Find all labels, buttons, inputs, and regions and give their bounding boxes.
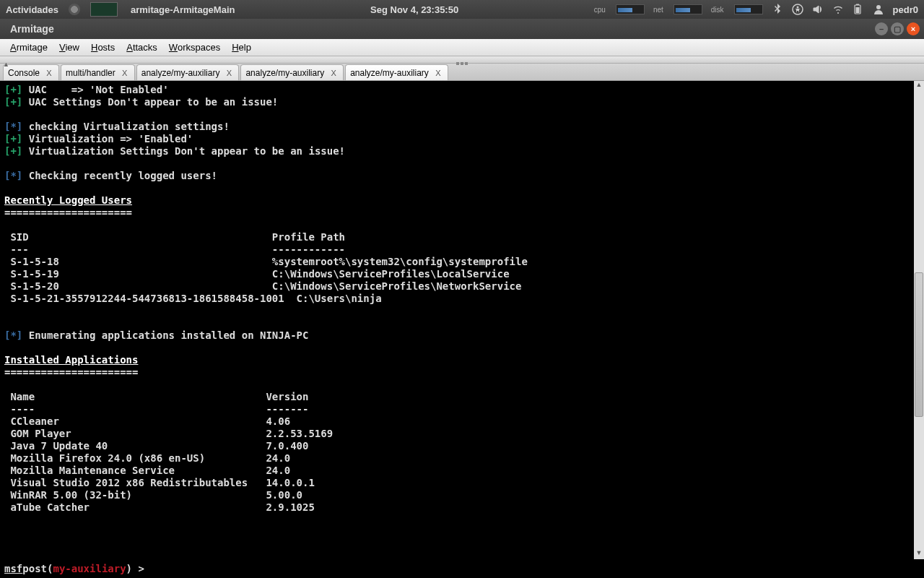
accessibility-icon[interactable] — [792, 4, 803, 15]
console-line: aTube Catcher 2.9.1025 — [4, 501, 920, 514]
minimize-button[interactable]: – — [875, 22, 888, 35]
console-line: GOM Player 2.2.53.5169 — [4, 428, 920, 440]
console-line: [+] Virtualization Settings Don't appear… — [4, 145, 920, 158]
net-label: net — [653, 6, 663, 14]
scroll-down-icon[interactable]: ▼ — [914, 549, 924, 559]
console-line: ====================== — [4, 366, 920, 379]
console-line: [*] Enumerating applications installed o… — [4, 329, 920, 342]
console-line — [4, 108, 920, 121]
tab-label: analyze/my-auxiliary — [141, 68, 220, 78]
user-icon[interactable] — [873, 4, 884, 15]
console-line: [+] Virtualization => 'Enabled' — [4, 133, 920, 145]
console-line: --- ------------ — [4, 243, 920, 256]
panel-clock[interactable]: Seg Nov 4, 23:35:50 — [235, 4, 593, 15]
tab-close-icon[interactable]: X — [120, 68, 130, 78]
menu-armitage-label: rmitage — [17, 42, 48, 53]
prompt-msf: msf — [4, 563, 22, 574]
menu-bar: Armitage View Hosts Attacks Workspaces H… — [0, 39, 924, 56]
prompt-post: post( — [22, 563, 53, 574]
split-handle[interactable]: ▲ — [0, 56, 924, 64]
disk-graph-icon — [734, 4, 763, 14]
tab-3[interactable]: analyze/my-auxiliaryX — [240, 64, 344, 80]
console-line — [4, 182, 920, 194]
prompt-context: my-auxiliary — [53, 563, 126, 574]
window-title: Armitage — [10, 23, 875, 35]
console-line: S-1-5-19 C:\Windows\ServiceProfiles\Loca… — [4, 268, 920, 280]
console-line — [4, 342, 920, 354]
close-button[interactable]: × — [907, 22, 920, 35]
menu-armitage[interactable]: Armitage — [6, 40, 52, 54]
console-line — [4, 158, 920, 170]
collapse-arrow-icon[interactable]: ▲ — [3, 61, 9, 68]
console-line: Name Version — [4, 391, 920, 403]
scrollbar-thumb[interactable] — [915, 272, 923, 417]
tab-1[interactable]: multi/handlerX — [61, 64, 135, 80]
console-line: [+] UAC Settings Don't appear to be an i… — [4, 96, 920, 108]
console-line — [4, 219, 920, 231]
console-line: S-1-5-20 C:\Windows\ServiceProfiles\Netw… — [4, 280, 920, 293]
activities-button[interactable]: Actividades — [6, 4, 58, 15]
cpu-graph-icon — [616, 4, 645, 14]
console-line — [4, 305, 920, 317]
svg-rect-3 — [856, 4, 859, 6]
tab-close-icon[interactable]: X — [328, 68, 339, 78]
console-line: S-1-5-18 %systemroot%\system32\config\sy… — [4, 256, 920, 268]
maximize-button[interactable]: ▢ — [891, 22, 904, 35]
menu-attacks[interactable]: Attacks — [122, 40, 162, 54]
menu-workspaces[interactable]: Workspaces — [165, 40, 225, 54]
console-prompt[interactable]: msf post(my-auxiliary) > — [0, 559, 924, 578]
console-line: Mozilla Maintenance Service 24.0 — [4, 465, 920, 477]
menu-help[interactable]: Help — [227, 40, 256, 54]
net-graph-icon — [674, 4, 702, 14]
tab-4[interactable]: analyze/my-auxiliaryX — [345, 64, 448, 80]
bluetooth-icon[interactable] — [772, 4, 783, 15]
menu-view[interactable]: View — [55, 40, 84, 54]
svg-point-5 — [876, 5, 881, 9]
console-line: ===================== — [4, 207, 920, 219]
prompt-tail: ) > — [126, 563, 144, 574]
console-line: Mozilla Firefox 24.0 (x86 en-US) 24.0 — [4, 452, 920, 465]
console-line: [*] Checking recently logged users! — [4, 170, 920, 182]
tab-label: Console — [8, 68, 40, 78]
svg-rect-4 — [855, 7, 859, 13]
console-line: ---- ------- — [4, 403, 920, 415]
console-line — [4, 379, 920, 391]
svg-point-1 — [796, 7, 798, 9]
console-line: CCleaner 4.06 — [4, 415, 920, 428]
taskbar-app-title[interactable]: armitage-ArmitageMain — [131, 4, 235, 15]
ubuntu-logo-icon[interactable] — [69, 4, 80, 15]
taskbar-thumbnail[interactable] — [90, 2, 118, 17]
console-line: Installed Applications — [4, 354, 920, 366]
tab-close-icon[interactable]: X — [433, 68, 443, 78]
console-line — [4, 317, 920, 329]
menu-hosts[interactable]: Hosts — [87, 40, 119, 54]
scrollbar-vertical[interactable]: ▲ ▼ — [914, 81, 924, 559]
tab-label: multi/handler — [66, 68, 116, 78]
battery-icon[interactable] — [853, 4, 864, 15]
console-line: [*] checking Virtualization settings! — [4, 121, 920, 133]
desktop-top-panel: Actividades armitage-ArmitageMain Seg No… — [0, 0, 924, 19]
console-line: Java 7 Update 40 7.0.400 — [4, 440, 920, 452]
username-label[interactable]: pedr0 — [893, 4, 918, 15]
cpu-label: cpu — [594, 6, 606, 14]
tab-close-icon[interactable]: X — [44, 68, 54, 78]
tab-0[interactable]: ConsoleX — [3, 64, 59, 80]
tab-close-icon[interactable]: X — [224, 68, 234, 78]
console-line: WinRAR 5.00 (32-bit) 5.00.0 — [4, 489, 920, 501]
console-output[interactable]: [+] UAC => 'Not Enabled'[+] UAC Settings… — [0, 81, 924, 559]
wifi-icon[interactable] — [832, 4, 844, 15]
disk-label: disk — [711, 6, 724, 14]
tab-2[interactable]: analyze/my-auxiliaryX — [136, 64, 240, 80]
console-line: S-1-5-21-3557912244-544736813-1861588458… — [4, 293, 920, 305]
window-titlebar[interactable]: Armitage – ▢ × — [0, 19, 924, 39]
tab-label: analyze/my-auxiliary — [350, 68, 429, 78]
tab-label: analyze/my-auxiliary — [245, 68, 324, 78]
scroll-up-icon[interactable]: ▲ — [914, 81, 924, 91]
console-line: Visual Studio 2012 x86 Redistributables … — [4, 477, 920, 489]
console-line: SID Profile Path — [4, 231, 920, 243]
volume-icon[interactable] — [812, 4, 824, 15]
console-line: [+] UAC => 'Not Enabled' — [4, 84, 920, 96]
console-line: Recently Logged Users — [4, 194, 920, 207]
